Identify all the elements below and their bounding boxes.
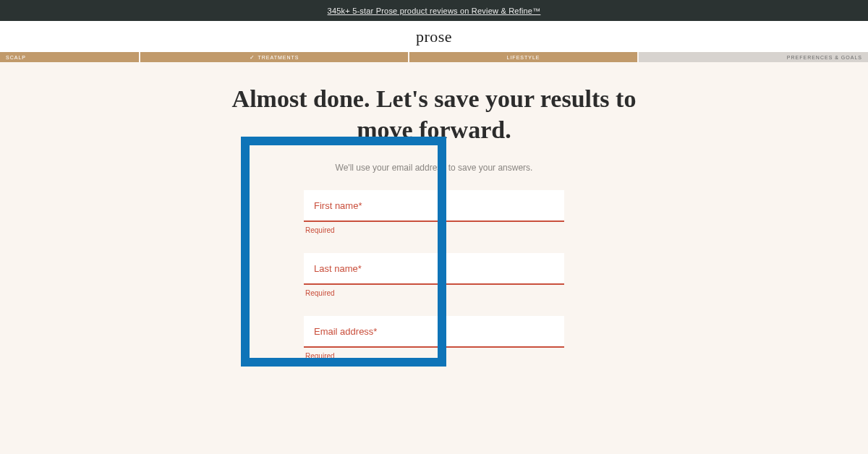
progress-label: SCALP [6, 55, 26, 60]
progress-label: LIFESTYLE [507, 55, 540, 60]
progress-label: PREFERENCES & GOALS [787, 55, 862, 60]
field-first-name: Required [304, 190, 564, 234]
last-name-input[interactable] [304, 253, 564, 285]
last-name-error: Required [304, 289, 564, 297]
main-content: Almost done. Let's save your results to … [0, 62, 868, 360]
progress-seg-scalp: SCALP [0, 52, 139, 62]
field-last-name: Required [304, 253, 564, 297]
signup-form: Required Required Required [304, 190, 564, 360]
page-headline: Almost done. Let's save your results to … [203, 84, 665, 145]
progress-seg-treatments: ✓TREATMENTS [140, 52, 408, 62]
progress-seg-preferences: PREFERENCES & GOALS [639, 52, 868, 62]
check-icon: ✓ [250, 54, 255, 61]
brand-bar: prose [0, 21, 868, 52]
field-email: Required [304, 316, 564, 360]
email-input[interactable] [304, 316, 564, 348]
page-subtext: We'll use your email address to save you… [336, 163, 533, 173]
first-name-input[interactable] [304, 190, 564, 222]
progress-label-text: TREATMENTS [258, 55, 299, 60]
email-error: Required [304, 352, 564, 360]
brand-logo: prose [416, 27, 452, 46]
progress-label: ✓TREATMENTS [250, 54, 299, 61]
progress-bar: SCALP ✓TREATMENTS LIFESTYLE PREFERENCES … [0, 52, 868, 62]
promo-topbar: 345k+ 5-star Prose product reviews on Re… [0, 0, 868, 21]
progress-seg-lifestyle: LIFESTYLE [409, 52, 637, 62]
first-name-error: Required [304, 226, 564, 234]
promo-link[interactable]: 345k+ 5-star Prose product reviews on Re… [328, 7, 541, 15]
